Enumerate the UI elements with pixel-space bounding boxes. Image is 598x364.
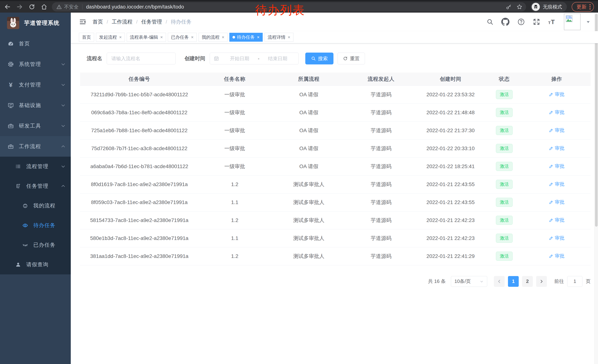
breadcrumb-item[interactable]: 首页 — [93, 18, 103, 25]
sidebar-item-task-management[interactable]: 任务管理 — [0, 176, 71, 196]
tab-close-icon[interactable]: × — [119, 35, 122, 40]
status-badge: 激活 — [496, 180, 513, 189]
tab-my-process[interactable]: 我的流程 × — [199, 33, 227, 42]
search-icon[interactable] — [486, 18, 493, 25]
process-starter: 芋道源码 — [347, 121, 415, 139]
date-range-picker[interactable]: 开始日期 - 结束日期 — [210, 53, 299, 65]
approve-link[interactable]: 审批 — [549, 235, 565, 241]
search-button[interactable]: 搜索 — [305, 53, 333, 65]
breadcrumb-item[interactable]: 工作流程 — [112, 18, 133, 25]
fullscreen-icon[interactable] — [533, 18, 540, 25]
sidebar-item-dev-tools[interactable]: 研发工具 — [0, 115, 71, 136]
create-time: 2022-01-21 22:42:23 — [415, 211, 486, 229]
approve-link[interactable]: 审批 — [549, 109, 565, 115]
goto-page-input[interactable] — [567, 276, 582, 287]
sidebar-item-my-process[interactable]: 我的流程 — [0, 196, 71, 216]
font-size-icon[interactable]: TT — [548, 18, 556, 25]
sidebar-item-todo-tasks[interactable]: 待办任务 — [0, 216, 71, 235]
create-time: 2022-01-21 22:42:23 — [415, 229, 486, 247]
scrollbar-thumb[interactable] — [595, 14, 598, 226]
browser-update-button[interactable]: 更新 — [572, 2, 594, 12]
task-name: 一级审批 — [199, 139, 271, 157]
task-table: 任务编号 任务名称 所属流程 流程发起人 创建时间 状态 操作 73211d9d… — [80, 73, 590, 265]
process-starter: 芋道源码 — [347, 229, 415, 247]
approve-link[interactable]: 审批 — [549, 217, 565, 223]
range-separator: - — [257, 56, 261, 61]
search-icon — [311, 56, 316, 61]
tab-process-detail[interactable]: 流程详情 × — [265, 33, 293, 42]
tab-todo-tasks[interactable]: 待办任务 × — [229, 33, 263, 42]
sidebar-item-infrastructure[interactable]: 基础设施 — [0, 95, 71, 115]
page-button-2[interactable]: 2 — [522, 276, 533, 287]
browser-back-icon[interactable] — [3, 2, 12, 11]
approve-link[interactable]: 审批 — [549, 181, 565, 187]
approve-link[interactable]: 审批 — [549, 199, 565, 205]
reset-button[interactable]: 重置 — [338, 53, 365, 65]
tab-home[interactable]: 首页 — [79, 33, 94, 42]
prev-page-icon[interactable] — [494, 276, 505, 287]
sidebar-item-system[interactable]: 系统管理 — [0, 54, 71, 74]
start-date-placeholder: 开始日期 — [223, 55, 257, 62]
omnibox-divider — [82, 4, 83, 9]
task-id: 8f059c03-7ac8-11ec-a9e2-a2380e71991a — [80, 193, 199, 211]
help-icon[interactable] — [517, 18, 525, 26]
breadcrumb-item[interactable]: 任务管理 — [141, 18, 162, 25]
app-logo-row[interactable]: 芋道管理系统 — [0, 13, 71, 33]
table-row: 725a1eb6-7b88-11ec-8ef0-acde48001122 一级审… — [80, 121, 590, 139]
sidebar-item-leave-query[interactable]: 请假查询 — [0, 255, 71, 274]
browser-forward-icon[interactable] — [15, 2, 24, 11]
sidebar-item-home[interactable]: 首页 — [0, 33, 71, 54]
table-row: 75d72608-7b7f-11ec-a3c8-acde48001122 一级审… — [80, 139, 590, 157]
avatar[interactable] — [564, 14, 581, 30]
eye-closed-icon — [22, 242, 29, 248]
browser-reload-icon[interactable] — [27, 2, 36, 11]
page-button-1[interactable]: 1 — [508, 276, 519, 287]
approve-label: 审批 — [555, 145, 565, 152]
password-key-icon[interactable] — [506, 4, 512, 10]
tab-close-icon[interactable]: × — [222, 35, 224, 40]
tab-close-icon[interactable]: × — [160, 35, 163, 40]
task-id: a6aba0a4-7b6d-11ec-b781-acde48001122 — [80, 157, 199, 175]
approve-link[interactable]: 审批 — [549, 163, 565, 170]
task-id: 73211d9d-7b9b-11ec-b5b7-acde48001122 — [80, 86, 199, 104]
next-page-icon[interactable] — [536, 276, 547, 287]
sidebar-collapse-icon[interactable] — [79, 18, 86, 25]
sidebar-item-payment[interactable]: ¥ 支付管理 — [0, 74, 71, 95]
flow-tree-icon — [15, 183, 22, 189]
approve-label: 审批 — [555, 235, 565, 241]
task-id: 725a1eb6-7b88-11ec-8ef0-acde48001122 — [80, 121, 199, 139]
sidebar-item-process-management[interactable]: 流程管理 — [0, 157, 71, 176]
tab-label: 流程表单-编辑 — [130, 34, 158, 40]
create-time: 2022-01-22 20:33:10 — [415, 139, 486, 157]
tab-close-icon[interactable]: × — [257, 35, 259, 40]
user-menu-caret-icon[interactable] — [586, 19, 590, 24]
page-scrollbar[interactable] — [594, 13, 598, 364]
process-name-label: 流程名 — [87, 55, 102, 62]
tab-form-edit[interactable]: 流程表单-编辑 × — [127, 33, 166, 42]
task-name: 1.2 — [199, 247, 271, 265]
sidebar-item-workflow[interactable]: 工作流程 — [0, 136, 71, 157]
edit-pencil-icon — [549, 218, 553, 222]
browser-home-icon[interactable] — [40, 2, 49, 11]
approve-link[interactable]: 审批 — [549, 253, 565, 259]
github-icon[interactable] — [501, 18, 509, 26]
process-starter: 芋道源码 — [347, 193, 415, 211]
tab-start-process[interactable]: 发起流程 × — [96, 33, 125, 42]
approve-label: 审批 — [555, 127, 565, 133]
approve-link[interactable]: 审批 — [549, 145, 565, 152]
tab-done-tasks[interactable]: 已办任务 × — [168, 33, 197, 42]
process-name-input[interactable] — [107, 53, 176, 65]
tab-close-icon[interactable]: × — [288, 35, 290, 40]
status-badge: 激活 — [496, 234, 513, 243]
page-size-select[interactable]: 10条/页 — [451, 276, 487, 287]
tab-close-icon[interactable]: × — [191, 35, 194, 40]
create-time-label: 创建时间 — [184, 55, 205, 62]
task-name: 1.2 — [199, 211, 271, 229]
bookmark-star-icon[interactable] — [516, 4, 523, 10]
sidebar-item-done-tasks[interactable]: 已办任务 — [0, 235, 71, 255]
active-tab-dot — [233, 36, 235, 39]
approve-link[interactable]: 审批 — [549, 91, 565, 97]
create-time: 2022-01-22 18:25:41 — [415, 157, 486, 175]
approve-link[interactable]: 审批 — [549, 127, 565, 133]
breadcrumb-separator: / — [107, 19, 108, 25]
